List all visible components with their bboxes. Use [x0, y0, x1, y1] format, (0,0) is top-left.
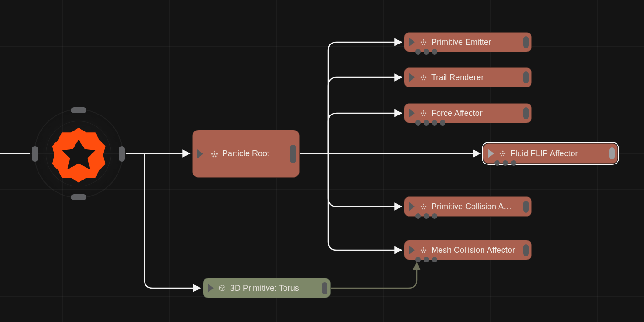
svg-point-31	[421, 206, 422, 207]
svg-point-16	[424, 79, 425, 80]
svg-point-17	[423, 76, 424, 78]
output-port[interactable]	[523, 107, 529, 119]
output-port[interactable]	[523, 201, 529, 213]
input-port[interactable]	[208, 284, 214, 293]
svg-point-29	[502, 153, 504, 154]
svg-point-6	[423, 39, 424, 41]
node-particle-root[interactable]: Particle Root	[192, 130, 300, 178]
node-trail-renderer[interactable]: Trail Renderer	[404, 67, 532, 87]
particles-icon	[499, 149, 507, 158]
sub-ports[interactable]	[415, 49, 437, 55]
input-port[interactable]	[409, 73, 415, 82]
node-mesh-collision-affector[interactable]: Mesh Collision Affector	[404, 240, 532, 260]
svg-point-38	[425, 250, 426, 251]
svg-point-14	[425, 77, 426, 78]
svg-point-41	[423, 249, 424, 251]
svg-point-18	[423, 110, 424, 112]
root-port-left[interactable]	[32, 146, 38, 162]
svg-point-9	[422, 44, 423, 45]
output-port[interactable]	[609, 147, 615, 159]
svg-point-0	[214, 150, 215, 152]
particles-icon	[419, 246, 428, 254]
input-port[interactable]	[197, 149, 203, 158]
svg-point-10	[424, 44, 425, 45]
root-port-bottom[interactable]	[71, 194, 86, 200]
node-label: Fluid FLIP Affector	[510, 149, 578, 158]
svg-point-40	[424, 251, 425, 253]
output-port[interactable]	[523, 71, 529, 83]
svg-point-30	[423, 204, 424, 205]
output-port[interactable]	[523, 36, 529, 48]
output-port[interactable]	[523, 244, 529, 256]
cube-icon	[218, 284, 226, 292]
svg-point-28	[503, 155, 504, 156]
root-logo-icon	[49, 124, 108, 184]
svg-point-3	[213, 155, 215, 157]
svg-point-15	[422, 79, 423, 80]
output-port[interactable]	[290, 145, 296, 163]
output-port[interactable]	[322, 282, 327, 294]
svg-point-1	[211, 153, 213, 155]
svg-point-4	[215, 155, 217, 157]
svg-point-21	[422, 115, 423, 116]
node-label: Trail Renderer	[431, 73, 483, 82]
node-label: Mesh Collision Affector	[431, 246, 515, 255]
input-port[interactable]	[409, 246, 415, 255]
sub-ports[interactable]	[415, 213, 437, 219]
svg-point-19	[421, 113, 422, 114]
particles-icon	[419, 202, 428, 211]
node-primitive-collision-affector[interactable]: Primitive Collision Aff...	[404, 196, 532, 217]
svg-point-22	[424, 115, 425, 116]
svg-point-8	[425, 42, 426, 43]
node-fluid-flip-affector[interactable]: Fluid FLIP Affector	[483, 143, 618, 164]
svg-point-11	[423, 41, 424, 43]
sub-ports[interactable]	[415, 120, 445, 126]
svg-point-33	[422, 208, 423, 209]
sub-ports[interactable]	[415, 257, 437, 262]
node-force-affector[interactable]: Force Affector	[404, 103, 532, 123]
particles-icon	[419, 73, 428, 82]
svg-point-5	[214, 153, 216, 155]
particles-icon	[210, 150, 219, 158]
node-label: Particle Root	[222, 149, 269, 158]
node-label: Force Affector	[431, 109, 483, 118]
root-port-top[interactable]	[71, 107, 86, 113]
svg-point-32	[425, 206, 426, 207]
input-port[interactable]	[409, 202, 415, 211]
node-label: Primitive Collision Aff...	[431, 202, 514, 212]
node-label: 3D Primitive: Torus	[230, 284, 299, 293]
node-label: Primitive Emitter	[431, 38, 491, 47]
sub-ports[interactable]	[494, 160, 516, 166]
svg-point-13	[421, 77, 422, 78]
svg-point-12	[423, 75, 424, 76]
node-primitive-emitter[interactable]: Primitive Emitter	[404, 32, 532, 52]
svg-point-20	[425, 113, 426, 114]
input-port[interactable]	[409, 109, 415, 118]
svg-point-2	[216, 153, 218, 155]
svg-point-37	[421, 250, 422, 251]
svg-point-25	[500, 153, 501, 154]
svg-point-39	[422, 251, 423, 253]
svg-point-36	[423, 247, 424, 249]
svg-point-23	[423, 112, 424, 114]
svg-point-35	[423, 206, 424, 207]
particles-icon	[419, 109, 428, 117]
root-port-right[interactable]	[119, 146, 125, 162]
svg-point-26	[504, 153, 505, 154]
particles-icon	[419, 38, 428, 46]
svg-point-34	[424, 208, 425, 209]
input-port[interactable]	[488, 149, 494, 158]
svg-point-7	[421, 42, 422, 43]
svg-point-24	[502, 151, 504, 152]
scene-root-node[interactable]	[34, 109, 123, 198]
input-port[interactable]	[409, 38, 415, 47]
node-3d-primitive-torus[interactable]: 3D Primitive: Torus	[203, 278, 331, 298]
svg-point-27	[501, 155, 502, 156]
